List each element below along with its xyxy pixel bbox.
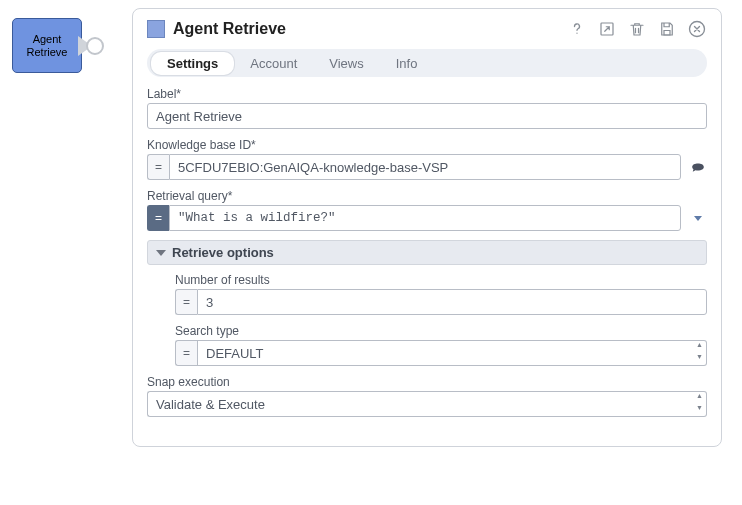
snap-exec-label: Snap execution — [147, 375, 707, 389]
suggest-icon[interactable] — [689, 154, 707, 180]
chevron-down-icon[interactable]: ▼ — [693, 404, 706, 416]
search-type-label: Search type — [175, 324, 707, 338]
expression-toggle-search[interactable]: = — [175, 340, 197, 366]
query-label: Retrieval query* — [147, 189, 707, 203]
expression-toggle-kb[interactable]: = — [147, 154, 169, 180]
snap-output-connector[interactable] — [78, 36, 104, 56]
properties-panel: Agent Retrieve Sett — [132, 8, 722, 447]
save-icon[interactable] — [657, 19, 677, 39]
label-input[interactable]: Agent Retrieve — [147, 103, 707, 129]
label-field-label: Label* — [147, 87, 707, 101]
tab-info[interactable]: Info — [380, 52, 434, 75]
help-icon[interactable] — [567, 19, 587, 39]
panel-color-swatch — [147, 20, 165, 38]
num-results-input[interactable]: 3 — [197, 289, 707, 315]
dropdown-icon[interactable] — [689, 205, 707, 231]
chevron-up-icon[interactable]: ▲ — [693, 392, 706, 404]
caret-down-icon — [156, 250, 166, 256]
kb-id-input[interactable]: 5CFDU7EBIO:GenAIQA-knowledge-base-VSP — [169, 154, 681, 180]
expression-toggle-results[interactable]: = — [175, 289, 197, 315]
num-results-label: Number of results — [175, 273, 707, 287]
search-type-select[interactable]: DEFAULT — [197, 340, 693, 366]
panel-title: Agent Retrieve — [173, 20, 567, 38]
snap-exec-stepper[interactable]: ▲ ▼ — [693, 391, 707, 417]
trash-icon[interactable] — [627, 19, 647, 39]
retrieve-options-section[interactable]: Retrieve options — [147, 240, 707, 265]
close-icon[interactable] — [687, 19, 707, 39]
tab-account[interactable]: Account — [234, 52, 313, 75]
kb-id-label: Knowledge base ID* — [147, 138, 707, 152]
tab-settings[interactable]: Settings — [151, 52, 234, 75]
snap-exec-select[interactable]: Validate & Execute — [147, 391, 693, 417]
tab-views[interactable]: Views — [313, 52, 379, 75]
snap-node-label: Agent Retrieve — [27, 33, 68, 58]
snap-node[interactable]: Agent Retrieve — [12, 18, 82, 73]
search-type-stepper[interactable]: ▲ ▼ — [693, 340, 707, 366]
tabs-container: Settings Account Views Info — [147, 49, 707, 77]
expression-toggle-query[interactable]: = — [147, 205, 169, 231]
chevron-up-icon[interactable]: ▲ — [693, 341, 706, 353]
query-input[interactable]: "What is a wildfire?" — [169, 205, 681, 231]
export-icon[interactable] — [597, 19, 617, 39]
chevron-down-icon[interactable]: ▼ — [693, 353, 706, 365]
